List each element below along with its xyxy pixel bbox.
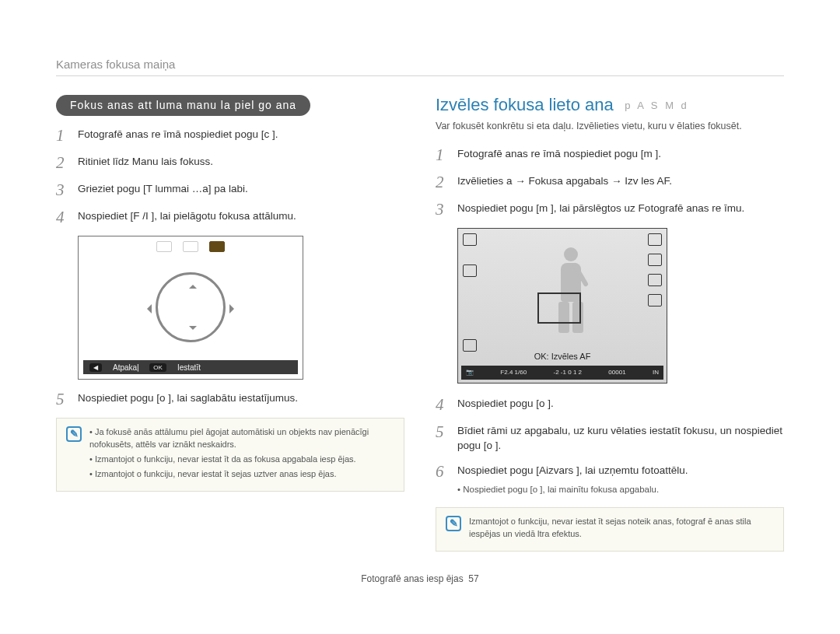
lcd-ok-text: OK: Izvēles AF	[458, 352, 667, 361]
lcd-screen: ◀ Atpakaļ OK Iestatīt	[78, 236, 303, 380]
storage-in: IN	[653, 369, 659, 376]
stabilizer-icon	[463, 339, 477, 352]
size-icon	[648, 233, 662, 246]
step-4: 4Nospiediet [F /I ], lai pielāgotu fokus…	[56, 208, 404, 226]
left-steps-cont: 5Nospiediet pogu [o ], lai saglabātu ies…	[56, 391, 404, 408]
left-steps: 1Fotografē anas re īmā nospiediet pogu […	[56, 127, 404, 226]
step-6-sub: Nospiediet pogu [o ], lai mainītu fokusa…	[457, 483, 784, 496]
flower-icon	[183, 241, 198, 252]
iso-icon	[648, 274, 662, 286]
exposure-info: F2.4 1/60	[500, 369, 527, 376]
focus-dial	[156, 272, 226, 342]
mode-icon	[156, 241, 172, 252]
note-item: Izmantojot o funkciju, nevar iestat īt s…	[89, 468, 394, 481]
sub-bullet: Nospiediet pogu [o ], lai mainītu fokusa…	[457, 483, 784, 496]
step-1: 1Fotografē anas re īmā nospiediet pogu […	[56, 127, 404, 145]
breadcrumb: Kameras fokusa maiņa	[56, 58, 784, 76]
flash-icon	[648, 294, 662, 306]
step-2: 2Izvēlieties a → Fokusa apgabals → Izv l…	[436, 173, 784, 191]
page-footer: Fotografē anas iesp ējas 57	[56, 573, 784, 584]
step-2: 2Ritiniet līdz Manu lais fokuss.	[56, 154, 404, 172]
section-heading: Izvēles fokusa lieto ana p A S M d	[436, 95, 784, 115]
ok-key-icon: OK	[149, 363, 166, 372]
note-list: Ja fokusē anās attālumu piel āgojat auto…	[89, 426, 394, 483]
lcd-left-icons	[463, 233, 477, 352]
note-item: Izmantojot o funkciju, nevar iestat īt d…	[89, 454, 394, 466]
lcd-diagram-right: OK: Izvēles AF 📷 F2.4 1/60 -2 -1 0 1 2 0…	[457, 228, 667, 384]
right-column: Izvēles fokusa lieto ana p A S M d Var f…	[436, 95, 784, 552]
note-item: Izmantojot o funkciju, nevar iestat īt s…	[469, 516, 774, 541]
footer-page: 57	[468, 573, 478, 584]
heading-modes: p A S M d	[625, 100, 689, 111]
lcd-set-label: Iestatīt	[177, 363, 201, 372]
quality-icon	[648, 254, 662, 266]
mf-icon	[209, 241, 225, 252]
right-steps-cont: 4Nospiediet pogu [o ]. 5Bīdiet rāmi uz a…	[436, 396, 784, 498]
shot-count: 00001	[608, 369, 625, 376]
lcd-bottom-bar: ◀ Atpakaļ OK Iestatīt	[83, 360, 298, 374]
note-box-right: ✎ Izmantojot o funkciju, nevar iestat īt…	[436, 507, 784, 552]
right-steps: 1Fotografē anas re īmā nospiediet pogu […	[436, 146, 784, 219]
note-icon: ✎	[66, 426, 82, 442]
step-5: 5Nospiediet pogu [o ], lai saglabātu ies…	[56, 391, 404, 408]
lcd-diagram-left: ◀ Atpakaļ OK Iestatīt	[78, 236, 303, 380]
note-list: Izmantojot o funkciju, nevar iestat īt s…	[469, 516, 774, 543]
step-6: 6 Nospiediet pogu [Aizvars ], lai uzņemt…	[436, 463, 784, 498]
step-5: 5Bīdiet rāmi uz apgabalu, uz kuru vēlati…	[436, 423, 784, 454]
step-4: 4Nospiediet pogu [o ].	[436, 396, 784, 414]
ev-scale: -2 -1 0 1 2	[554, 369, 582, 376]
lcd-top-icons	[83, 241, 298, 255]
step-3: 3Grieziet pogu [T lummai …a] pa labi.	[56, 181, 404, 199]
note-box-left: ✎ Ja fokusē anās attālumu piel āgojat au…	[56, 418, 404, 492]
manual-page: Kameras fokusa maiņa Fokus anas att luma…	[0, 0, 840, 600]
heading-text: Izvēles fokusa lieto ana	[436, 95, 614, 114]
mode-icon	[463, 264, 477, 277]
section-desc: Var fokusēt konkrētu si eta daļu. Izvēli…	[436, 120, 784, 134]
footer-label: Fotografē anas iesp ējas	[361, 573, 463, 584]
left-column: Fokus anas att luma manu la piel go ana …	[56, 95, 404, 552]
back-key-icon: ◀	[89, 363, 102, 372]
lcd-screen-right: OK: Izvēles AF 📷 F2.4 1/60 -2 -1 0 1 2 0…	[457, 228, 667, 384]
content-columns: Fokus anas att luma manu la piel go ana …	[56, 95, 784, 552]
battery-icon	[463, 233, 477, 246]
lcd-back-label: Atpakaļ	[113, 363, 138, 372]
step-3: 3Nospiediet pogu [m ], lai pārslēgtos uz…	[436, 201, 784, 219]
step-1: 1Fotografē anas re īmā nospiediet pogu […	[436, 146, 784, 164]
note-item: Ja fokusē anās attālumu piel āgojat auto…	[89, 426, 394, 451]
focus-frame	[537, 292, 581, 324]
lcd-info-bar: 📷 F2.4 1/60 -2 -1 0 1 2 00001 IN	[461, 366, 663, 380]
lcd-right-icons	[648, 233, 662, 306]
note-icon: ✎	[446, 516, 461, 531]
step-6-text: Nospiediet pogu [Aizvars ], lai uzņemtu …	[457, 464, 688, 476]
section-pill: Fokus anas att luma manu la piel go ana	[56, 95, 310, 116]
camera-icon: 📷	[466, 369, 474, 376]
